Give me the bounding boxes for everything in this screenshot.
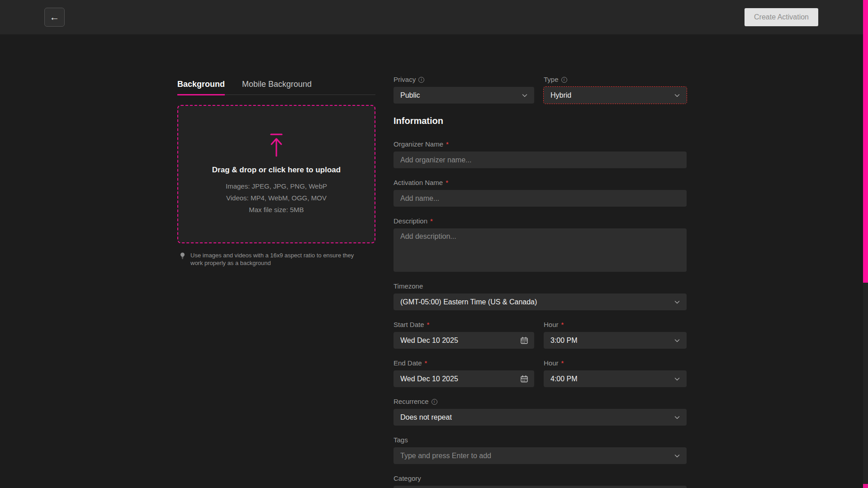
tags-field: Tags Type and press Enter to add [394, 436, 687, 464]
activation-form: Privacy i Public Type i [394, 76, 687, 488]
chevron-down-icon [521, 92, 528, 99]
required-marker: * [446, 179, 448, 186]
chevron-down-icon [674, 375, 681, 383]
scrollbar[interactable] [863, 0, 868, 488]
chevron-down-icon [674, 92, 681, 99]
activation-name-input[interactable] [394, 190, 687, 207]
type-label: Type i [544, 76, 687, 83]
chevron-down-icon [674, 452, 681, 460]
end-date-label: End Date * [394, 360, 534, 367]
start-date-input[interactable]: Wed Dec 10 2025 [394, 332, 534, 349]
information-heading: Information [394, 115, 687, 126]
required-marker: * [425, 360, 427, 367]
upload-max-size: Max file size: 5MB [249, 204, 304, 216]
tab-mobile-background[interactable]: Mobile Background [242, 80, 312, 95]
main-content: Background Mobile Background Drag & drop… [0, 34, 868, 488]
chevron-down-icon [674, 414, 681, 421]
privacy-label: Privacy i [394, 76, 534, 83]
organizer-name-field: Organizer Name * [394, 141, 687, 168]
category-select[interactable] [394, 486, 687, 488]
start-row: Start Date * Wed Dec 10 2025 [394, 321, 687, 349]
end-hour-field: Hour * 4:00 PM [544, 360, 687, 387]
recurrence-value: Does not repeat [400, 413, 452, 422]
chevron-down-icon [674, 298, 681, 306]
organizer-name-label-text: Organizer Name [394, 141, 443, 148]
info-icon[interactable]: i [432, 399, 437, 405]
required-marker: * [561, 321, 564, 328]
timezone-select[interactable]: (GMT-05:00) Eastern Time (US & Canada) [394, 294, 687, 310]
info-icon[interactable]: i [561, 77, 567, 83]
upload-title: Drag & drop or click here to upload [212, 166, 341, 175]
timezone-label-text: Timezone [394, 283, 423, 290]
start-hour-label: Hour * [544, 321, 687, 328]
tags-input[interactable]: Type and press Enter to add [394, 447, 687, 464]
media-panel: Background Mobile Background Drag & drop… [177, 76, 375, 488]
start-hour-value: 3:00 PM [550, 336, 578, 345]
end-hour-select[interactable]: 4:00 PM [544, 370, 687, 387]
activation-name-field: Activation Name * [394, 179, 687, 207]
lightbulb-icon [179, 252, 186, 260]
end-row: End Date * Wed Dec 10 2025 [394, 360, 687, 387]
type-select[interactable]: Hybrid [544, 87, 687, 104]
privacy-label-text: Privacy [394, 76, 416, 83]
upload-formats-videos: Videos: MP4, WebM, OGG, MOV [226, 192, 327, 204]
description-label-text: Description [394, 218, 427, 225]
privacy-type-row: Privacy i Public Type i [394, 76, 687, 104]
aspect-ratio-tip: Use images and videos with a 16x9 aspect… [177, 251, 375, 267]
recurrence-select[interactable]: Does not repeat [394, 409, 687, 426]
end-date-value: Wed Dec 10 2025 [400, 375, 458, 383]
category-label: Category [394, 475, 687, 482]
end-date-label-text: End Date [394, 360, 422, 367]
start-date-field: Start Date * Wed Dec 10 2025 [394, 321, 534, 349]
description-textarea[interactable] [394, 228, 687, 272]
start-date-label: Start Date * [394, 321, 534, 328]
scrollbar-thumb[interactable] [863, 0, 868, 283]
calendar-icon [520, 336, 528, 345]
tab-background[interactable]: Background [177, 80, 225, 95]
chevron-down-icon [674, 337, 681, 344]
create-activation-button[interactable]: Create Activation [745, 8, 818, 26]
upload-dropzone[interactable]: Drag & drop or click here to upload Imag… [177, 105, 375, 243]
end-hour-label-text: Hour [544, 360, 559, 367]
privacy-select[interactable]: Public [394, 87, 534, 104]
start-hour-field: Hour * 3:00 PM [544, 321, 687, 349]
end-hour-value: 4:00 PM [550, 375, 578, 383]
description-field: Description * [394, 218, 687, 272]
tip-text: Use images and videos with a 16x9 aspect… [190, 251, 364, 267]
tags-label-text: Tags [394, 436, 408, 444]
timezone-field: Timezone (GMT-05:00) Eastern Time (US & … [394, 283, 687, 310]
calendar-icon [520, 375, 528, 383]
info-icon[interactable]: i [418, 77, 424, 83]
type-label-text: Type [544, 76, 559, 83]
privacy-value: Public [400, 91, 420, 99]
tags-label: Tags [394, 436, 687, 444]
background-tabs: Background Mobile Background [177, 80, 375, 95]
required-marker: * [561, 360, 564, 367]
upload-formats-images: Images: JPEG, JPG, PNG, WebP [226, 180, 327, 192]
organizer-name-input[interactable] [394, 152, 687, 168]
start-hour-label-text: Hour [544, 321, 559, 328]
end-date-input[interactable]: Wed Dec 10 2025 [394, 370, 534, 387]
scrollbar-corner [863, 484, 868, 488]
required-marker: * [430, 218, 433, 225]
start-hour-select[interactable]: 3:00 PM [544, 332, 687, 349]
type-value: Hybrid [550, 91, 571, 99]
type-field: Type i Hybrid [544, 76, 687, 104]
category-label-text: Category [394, 475, 421, 482]
recurrence-label: Recurrence i [394, 398, 687, 405]
tags-placeholder: Type and press Enter to add [400, 452, 491, 460]
activation-name-label: Activation Name * [394, 179, 687, 186]
recurrence-field: Recurrence i Does not repeat [394, 398, 687, 426]
end-hour-label: Hour * [544, 360, 687, 367]
category-field: Category [394, 475, 687, 488]
upload-arrow-icon [267, 133, 285, 157]
required-marker: * [427, 321, 430, 328]
start-date-value: Wed Dec 10 2025 [400, 336, 458, 345]
create-activation-page: ← Create Activation Background Mobile Ba… [0, 0, 868, 488]
organizer-name-label: Organizer Name * [394, 141, 687, 148]
recurrence-label-text: Recurrence [394, 398, 429, 405]
end-date-field: End Date * Wed Dec 10 2025 [394, 360, 534, 387]
back-button[interactable]: ← [44, 8, 65, 27]
arrow-left-icon: ← [50, 12, 60, 22]
privacy-field: Privacy i Public [394, 76, 534, 104]
